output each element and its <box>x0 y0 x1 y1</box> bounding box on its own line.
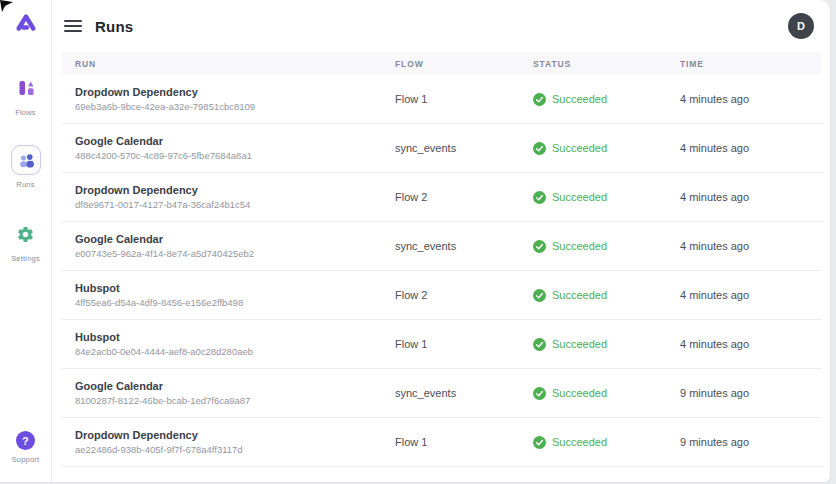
success-check-icon <box>533 93 546 106</box>
sidebar-item-runs[interactable]: Runs <box>11 145 41 189</box>
status-badge: Succeeded <box>533 436 680 449</box>
table-row[interactable]: Dropdown Dependency 69eb3a6b-9bce-42ea-a… <box>62 75 822 124</box>
runs-icon <box>16 150 36 170</box>
success-check-icon <box>533 142 546 155</box>
flow-name: sync_events <box>395 142 533 154</box>
app-window: Flows Runs <box>0 0 836 484</box>
sidebar-item-flows[interactable]: Flows <box>11 73 41 117</box>
run-time: 4 minutes ago <box>680 338 822 350</box>
run-name: Google Calendar <box>75 233 395 245</box>
success-check-icon <box>533 387 546 400</box>
flow-name: Flow 1 <box>395 436 533 448</box>
success-check-icon <box>533 191 546 204</box>
flow-name: Flow 1 <box>395 93 533 105</box>
status-badge: Succeeded <box>533 142 680 155</box>
flows-icon <box>16 78 36 98</box>
column-header-run: Run <box>75 59 395 69</box>
success-check-icon <box>533 436 546 449</box>
status-badge: Succeeded <box>533 240 680 253</box>
run-name: Dropdown Dependency <box>75 429 395 441</box>
sidebar-item-settings[interactable]: Settings <box>11 219 41 263</box>
flow-name: Flow 1 <box>395 338 533 350</box>
table-row[interactable]: Dropdown Dependency ae22486d-938b-405f-9… <box>62 418 822 467</box>
run-cell: Dropdown Dependency 69eb3a6b-9bce-42ea-a… <box>75 86 395 112</box>
sidebar-item-label: Settings <box>11 254 40 263</box>
status-text: Succeeded <box>552 191 607 203</box>
run-id: 488c4200-570c-4c89-97c6-5fbe7684a8a1 <box>75 150 395 161</box>
success-check-icon <box>533 289 546 302</box>
column-header-status: Status <box>533 59 680 69</box>
flow-name: sync_events <box>395 387 533 399</box>
run-time: 9 minutes ago <box>680 436 822 448</box>
run-time: 4 minutes ago <box>680 93 822 105</box>
table-row[interactable]: Hubspot 84e2acb0-0e04-4444-aef8-a0c28d28… <box>62 320 822 369</box>
run-time: 4 minutes ago <box>680 240 822 252</box>
status-text: Succeeded <box>552 240 607 252</box>
flow-name: sync_events <box>395 240 533 252</box>
run-id: e00743e5-962a-4f14-8e74-a5d740425eb2 <box>75 248 395 259</box>
app-logo[interactable] <box>15 13 37 37</box>
user-avatar[interactable]: D <box>788 13 814 39</box>
table-row[interactable]: Google Calendar 8100287f-8122-46be-bcab-… <box>62 369 822 418</box>
table-row[interactable]: Google Calendar e00743e5-962a-4f14-8e74-… <box>62 222 822 271</box>
run-cell: Dropdown Dependency df8e9671-0017-4127-b… <box>75 184 395 210</box>
sidebar-item-label: Flows <box>15 108 36 117</box>
status-text: Succeeded <box>552 338 607 350</box>
run-cell: Hubspot 84e2acb0-0e04-4444-aef8-a0c28d28… <box>75 331 395 357</box>
table-row[interactable]: Dropdown Dependency df8e9671-0017-4127-b… <box>62 173 822 222</box>
run-name: Google Calendar <box>75 135 395 147</box>
runs-table: Run Flow Status Time Dropdown Dependency… <box>62 52 822 467</box>
run-name: Dropdown Dependency <box>75 86 395 98</box>
sidebar-item-label: Support <box>12 455 40 464</box>
run-name: Dropdown Dependency <box>75 184 395 196</box>
status-text: Succeeded <box>552 436 607 448</box>
success-check-icon <box>533 240 546 253</box>
runs-table-body: Dropdown Dependency 69eb3a6b-9bce-42ea-a… <box>62 75 822 467</box>
run-id: 4ff55ea6-d54a-4df9-8456-e156e2ffb498 <box>75 297 395 308</box>
run-cell: Dropdown Dependency ae22486d-938b-405f-9… <box>75 429 395 455</box>
table-header-row: Run Flow Status Time <box>62 52 822 75</box>
page-title: Runs <box>95 18 133 35</box>
flow-name: Flow 2 <box>395 289 533 301</box>
settings-icon <box>16 225 35 244</box>
sidebar-item-support[interactable]: ? Support <box>12 431 40 464</box>
column-header-time: Time <box>680 59 822 69</box>
run-name: Hubspot <box>75 282 395 294</box>
top-bar: Runs D <box>52 0 830 52</box>
status-badge: Succeeded <box>533 93 680 106</box>
run-cell: Hubspot 4ff55ea6-d54a-4df9-8456-e156e2ff… <box>75 282 395 308</box>
sidebar: Flows Runs <box>0 0 52 482</box>
table-row[interactable]: Google Calendar 488c4200-570c-4c89-97c6-… <box>62 124 822 173</box>
column-header-flow: Flow <box>395 59 533 69</box>
run-cell: Google Calendar 488c4200-570c-4c89-97c6-… <box>75 135 395 161</box>
run-time: 4 minutes ago <box>680 191 822 203</box>
flow-name: Flow 2 <box>395 191 533 203</box>
sidebar-item-label: Runs <box>16 180 34 189</box>
run-id: 8100287f-8122-46be-bcab-1ed7f6ca9a87 <box>75 395 395 406</box>
main-content: Runs D Run Flow Status Time Dropdown Dep… <box>52 0 830 482</box>
run-id: 84e2acb0-0e04-4444-aef8-a0c28d280aeb <box>75 346 395 357</box>
run-name: Hubspot <box>75 331 395 343</box>
menu-toggle-icon[interactable] <box>64 20 82 32</box>
status-text: Succeeded <box>552 289 607 301</box>
status-badge: Succeeded <box>533 191 680 204</box>
run-id: 69eb3a6b-9bce-42ea-a32e-79851cbc8109 <box>75 101 395 112</box>
status-text: Succeeded <box>552 142 607 154</box>
run-time: 4 minutes ago <box>680 289 822 301</box>
status-text: Succeeded <box>552 93 607 105</box>
run-cell: Google Calendar 8100287f-8122-46be-bcab-… <box>75 380 395 406</box>
status-badge: Succeeded <box>533 387 680 400</box>
run-id: ae22486d-938b-405f-9f7f-678a4ff3117d <box>75 444 395 455</box>
runs-active-indicator <box>11 145 41 175</box>
run-name: Google Calendar <box>75 380 395 392</box>
run-time: 4 minutes ago <box>680 142 822 154</box>
status-text: Succeeded <box>552 387 607 399</box>
status-badge: Succeeded <box>533 338 680 351</box>
status-badge: Succeeded <box>533 289 680 302</box>
success-check-icon <box>533 338 546 351</box>
app-logo-icon <box>15 13 37 33</box>
run-id: df8e9671-0017-4127-b47a-36caf24b1c54 <box>75 199 395 210</box>
run-cell: Google Calendar e00743e5-962a-4f14-8e74-… <box>75 233 395 259</box>
table-row[interactable]: Hubspot 4ff55ea6-d54a-4df9-8456-e156e2ff… <box>62 271 822 320</box>
question-icon: ? <box>16 431 35 450</box>
